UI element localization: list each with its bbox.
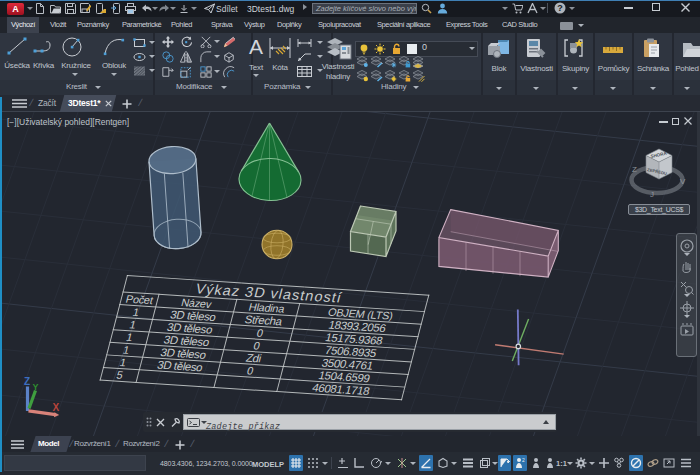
svg-text:Z: Z	[632, 165, 637, 174]
svg-text:Y: Y	[33, 382, 39, 392]
svg-text:X: X	[53, 402, 60, 413]
svg-text:Z: Z	[24, 376, 30, 387]
svg-text:2: 2	[522, 457, 525, 463]
svg-text:V: V	[680, 177, 686, 186]
svg-text:?: ?	[557, 3, 563, 13]
svg-text:J: J	[650, 190, 654, 199]
